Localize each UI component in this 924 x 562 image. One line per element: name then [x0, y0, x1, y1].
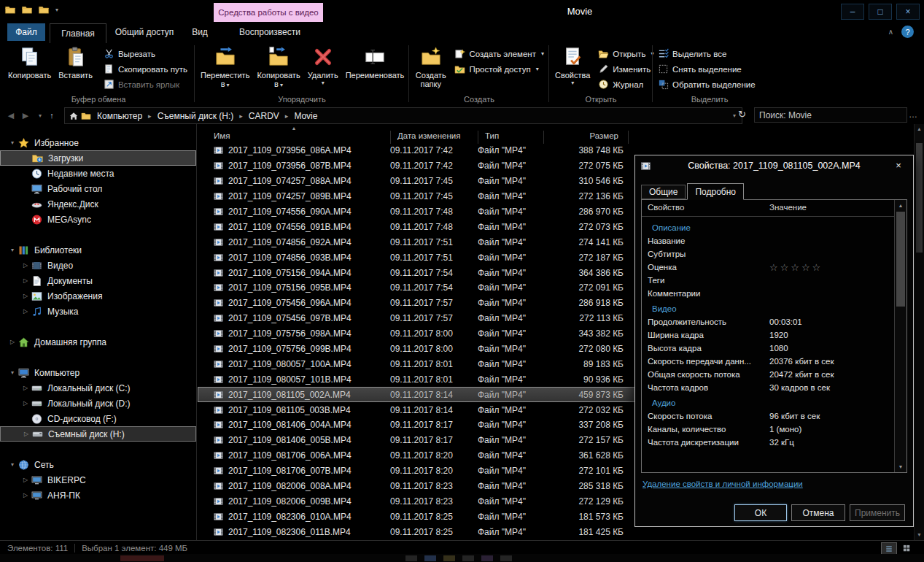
dialog-close-button[interactable]: ×	[889, 158, 908, 172]
file-list-scrollbar[interactable]: ▲ ▼	[914, 124, 924, 540]
invert-selection-button[interactable]: Обратить выделение	[655, 77, 758, 91]
sidebar-item[interactable]: ▷Изображения	[0, 288, 196, 304]
sidebar-item[interactable]: Недавние места	[0, 166, 196, 181]
breadcrumb-item[interactable]: Movie	[290, 111, 321, 121]
property-row[interactable]: Частота дискретизации32 кГц	[642, 436, 895, 449]
apply-button[interactable]: Применить	[850, 504, 905, 521]
expander-icon[interactable]: ▾	[7, 247, 18, 253]
close-button[interactable]: ×	[896, 4, 920, 20]
sidebar-item[interactable]: ▷Съемный диск (H:)	[0, 426, 196, 442]
edit-button[interactable]: Изменить	[595, 62, 656, 76]
tab-view[interactable]: Вид	[182, 23, 217, 41]
remove-properties-link[interactable]: Удаление свойств и личной информации	[642, 480, 803, 488]
sidebar-item[interactable]: Загрузки	[0, 150, 196, 166]
scrollbar-thumb[interactable]	[896, 212, 905, 307]
maximize-button[interactable]: □	[869, 4, 892, 20]
qat-button-1[interactable]	[21, 4, 33, 15]
cut-button[interactable]: Вырезать	[101, 47, 190, 61]
rename-button[interactable]: Переименовать	[342, 44, 408, 80]
more-options-icon[interactable]: …	[909, 109, 918, 120]
sidebar-item[interactable]: ▾Библиотеки	[0, 242, 196, 258]
sidebar-item[interactable]: ▷Локальный диск (D:)	[0, 396, 196, 411]
icons-view-button[interactable]	[899, 542, 914, 553]
expander-icon[interactable]: ▾	[7, 369, 18, 376]
copy-path-button[interactable]: Скопировать путь	[101, 62, 190, 76]
expander-icon[interactable]: ▷	[20, 293, 31, 299]
sidebar-item[interactable]: ▷АНЯ-ПК	[0, 488, 196, 503]
breadcrumb-item[interactable]: Съемный диск (H:)	[154, 111, 238, 121]
sidebar-item[interactable]: ▷Домашняя группа	[0, 334, 196, 350]
sidebar-item[interactable]: ▷Музыка	[0, 304, 196, 319]
scroll-down-icon[interactable]: ▼	[895, 462, 906, 471]
property-row[interactable]: Оценка☆☆☆☆☆	[642, 261, 895, 274]
move-to-button[interactable]: Переместить в▾	[197, 44, 253, 90]
sidebar-item[interactable]: ▾Компьютер	[0, 365, 196, 380]
new-item-button[interactable]: Создать элемент ▾	[451, 47, 547, 61]
address-dropdown-icon[interactable]: ▾	[733, 112, 738, 119]
taskbar-icon-partial[interactable]	[424, 555, 436, 561]
column-header-size[interactable]: Размер	[543, 131, 618, 140]
breadcrumb-item[interactable]: Компьютер	[93, 111, 146, 121]
sidebar-item[interactable]: CD-дисковод (F:)	[0, 411, 196, 426]
tab-file[interactable]: Файл	[7, 23, 45, 41]
paste-shortcut-button[interactable]: Вставить ярлык	[101, 77, 190, 91]
easy-access-button[interactable]: Простой доступ ▾	[451, 62, 547, 76]
ribbon-collapse-icon[interactable]: ∧	[888, 28, 893, 36]
expander-icon[interactable]: ▷	[7, 339, 18, 345]
tab-home[interactable]: Главная	[50, 23, 106, 43]
select-all-button[interactable]: Выделить все	[655, 47, 758, 61]
back-button[interactable]: ◀	[4, 109, 18, 122]
taskbar-icon-partial[interactable]	[500, 555, 512, 561]
column-header-name[interactable]: Имя	[214, 131, 230, 140]
expander-icon[interactable]: ▷	[20, 477, 31, 483]
expander-icon[interactable]: ▷	[21, 431, 31, 437]
up-button[interactable]: ↑	[45, 109, 58, 122]
expander-icon[interactable]: ▷	[20, 492, 31, 499]
property-row[interactable]: Общая скорость потока20472 кбит в сек	[642, 368, 895, 381]
sidebar-item[interactable]: ▷Видео	[0, 258, 196, 273]
sidebar-item[interactable]: ▾Избранное	[0, 135, 196, 150]
property-row[interactable]: Скорость потока96 кбит в сек	[642, 409, 895, 423]
open-button[interactable]: Открыть ▾	[595, 47, 656, 61]
expander-icon[interactable]: ▷	[20, 400, 31, 407]
tab-play[interactable]: Воспроизвести	[219, 23, 321, 41]
tab-general[interactable]: Общие	[641, 185, 686, 199]
sidebar-item[interactable]: MEGAsync	[0, 212, 196, 227]
rating-stars[interactable]: ☆☆☆☆☆	[769, 262, 823, 273]
property-row[interactable]: Субтитры	[642, 247, 895, 261]
scroll-down-icon[interactable]: ▼	[915, 531, 924, 539]
search-input[interactable]	[755, 108, 906, 122]
details-view-button[interactable]	[881, 542, 897, 555]
property-row[interactable]: Название	[642, 234, 895, 247]
expander-icon[interactable]: ▾	[7, 461, 18, 468]
column-header-date[interactable]: Дата изменения	[397, 131, 460, 140]
taskbar-icon-partial[interactable]	[462, 555, 474, 561]
expander-icon[interactable]: ▷	[20, 262, 31, 269]
ok-button[interactable]: ОК	[734, 504, 787, 521]
property-row[interactable]: Ширина кадра1920	[642, 328, 895, 342]
property-row[interactable]: Теги	[642, 274, 895, 287]
property-row[interactable]: Продолжительность00:03:01	[642, 315, 895, 328]
sidebar-item[interactable]: ▷Локальный диск (C:)	[0, 380, 196, 396]
history-button[interactable]: Журнал	[595, 77, 656, 91]
sidebar-item[interactable]: Рабочий стол	[0, 181, 196, 196]
qat-button-2[interactable]	[38, 4, 50, 15]
expander-icon[interactable]: ▷	[20, 385, 31, 391]
column-divider[interactable]	[543, 131, 544, 144]
help-button[interactable]: ?	[901, 26, 914, 38]
expander-icon[interactable]: ▷	[20, 277, 31, 284]
column-divider[interactable]	[390, 131, 391, 144]
expander-icon[interactable]: ▾	[7, 139, 18, 146]
column-header-type[interactable]: Тип	[485, 131, 499, 140]
copy-button[interactable]: Копировать	[4, 44, 55, 80]
taskbar-icon-partial[interactable]	[481, 555, 493, 561]
tab-details[interactable]: Подробно	[687, 183, 744, 200]
sidebar-item[interactable]: ▷Документы	[0, 273, 196, 288]
minimize-button[interactable]: –	[841, 4, 864, 20]
taskbar-icon-partial[interactable]	[405, 555, 417, 561]
refresh-button[interactable]: ↻	[738, 109, 746, 120]
cancel-button[interactable]: Отмена	[791, 504, 845, 521]
scroll-up-icon[interactable]: ▲	[895, 201, 906, 210]
forward-button[interactable]: ▶	[19, 109, 32, 122]
breadcrumb[interactable]: Компьютер▸Съемный диск (H:)▸CARDV▸Movie …	[64, 107, 742, 124]
